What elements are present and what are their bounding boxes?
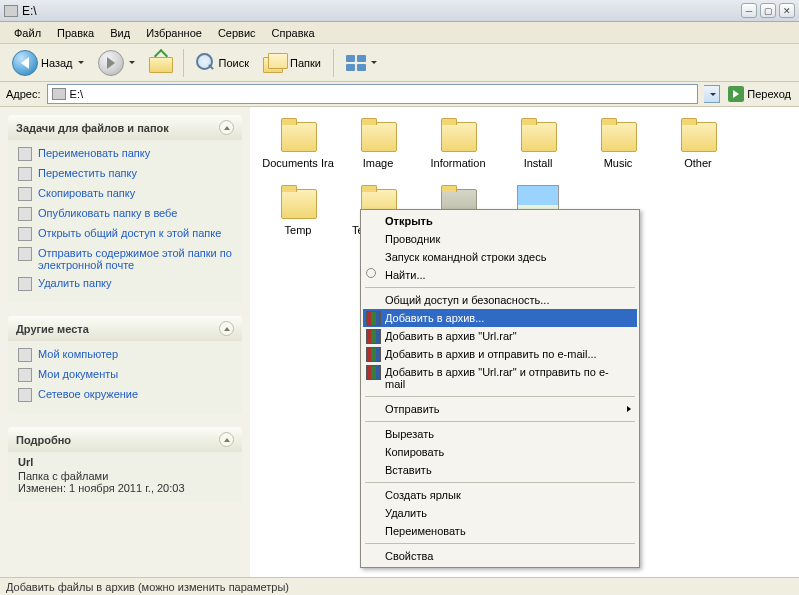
search-label: Поиск: [219, 57, 249, 69]
context-item-label: Добавить в архив "Url.rar" и отправить п…: [385, 366, 619, 390]
context-menu-item[interactable]: Добавить в архив "Url.rar": [363, 327, 637, 345]
folder-icon: [277, 118, 319, 152]
place-icon: [18, 388, 32, 402]
task-item[interactable]: Удалить папку: [18, 274, 232, 294]
context-menu-item[interactable]: Запуск командной строки здесь: [363, 248, 637, 266]
menu-service[interactable]: Сервис: [210, 25, 264, 41]
toolbar: Назад Поиск Папки: [0, 44, 799, 82]
context-item-label: Общий доступ и безопасность...: [385, 294, 549, 306]
task-icon: [18, 247, 32, 261]
chevron-down-icon: [129, 61, 135, 64]
task-label: Скопировать папку: [38, 187, 135, 199]
task-item[interactable]: Скопировать папку: [18, 184, 232, 204]
place-label: Сетевое окружение: [38, 388, 138, 400]
menu-edit[interactable]: Правка: [49, 25, 102, 41]
file-item[interactable]: Information: [418, 118, 498, 170]
details-name: Url: [18, 456, 232, 468]
context-menu-item[interactable]: Добавить в архив...: [363, 309, 637, 327]
places-title: Другие места: [16, 323, 89, 335]
task-icon: [18, 187, 32, 201]
task-label: Удалить папку: [38, 277, 112, 289]
context-menu-item[interactable]: Отправить: [363, 400, 637, 418]
context-menu-item[interactable]: Переименовать: [363, 522, 637, 540]
search-button[interactable]: Поиск: [190, 50, 255, 76]
forward-button[interactable]: [92, 47, 141, 79]
folders-button[interactable]: Папки: [257, 50, 327, 76]
maximize-button[interactable]: ▢: [760, 3, 776, 18]
statusbar: Добавить файлы в архив (можно изменить п…: [0, 577, 799, 595]
context-menu-item[interactable]: Найти...: [363, 266, 637, 284]
back-label: Назад: [41, 57, 73, 69]
context-item-label: Добавить в архив и отправить по e-mail..…: [385, 348, 597, 360]
minimize-button[interactable]: ─: [741, 3, 757, 18]
file-item[interactable]: Install: [498, 118, 578, 170]
context-menu-item[interactable]: Вырезать: [363, 425, 637, 443]
context-item-label: Запуск командной строки здесь: [385, 251, 546, 263]
context-menu-item[interactable]: Добавить в архив и отправить по e-mail..…: [363, 345, 637, 363]
address-label: Адрес:: [6, 88, 41, 100]
menu-file[interactable]: Файл: [6, 25, 49, 41]
context-menu-item[interactable]: Удалить: [363, 504, 637, 522]
places-body: Мой компьютерМои документыСетевое окруже…: [8, 341, 242, 413]
details-title: Подробно: [16, 434, 71, 446]
go-button[interactable]: Переход: [726, 84, 793, 104]
folder-icon: [277, 185, 319, 219]
details-panel-header[interactable]: Подробно: [8, 427, 242, 452]
file-item[interactable]: Music: [578, 118, 658, 170]
address-dropdown[interactable]: [704, 85, 720, 103]
task-item[interactable]: Отправить содержимое этой папки по элект…: [18, 244, 232, 274]
rar-icon: [366, 311, 381, 326]
context-menu-item[interactable]: Свойства: [363, 547, 637, 565]
collapse-icon: [219, 120, 234, 135]
menu-view[interactable]: Вид: [102, 25, 138, 41]
context-menu-item[interactable]: Копировать: [363, 443, 637, 461]
context-menu-item[interactable]: Добавить в архив "Url.rar" и отправить п…: [363, 363, 637, 393]
context-separator: [365, 396, 635, 397]
context-menu-item[interactable]: Общий доступ и безопасность...: [363, 291, 637, 309]
address-value: E:\: [70, 88, 83, 100]
tasks-panel-header[interactable]: Задачи для файлов и папок: [8, 115, 242, 140]
file-item[interactable]: Temp: [258, 185, 338, 237]
task-label: Переименовать папку: [38, 147, 150, 159]
place-icon: [18, 368, 32, 382]
task-item[interactable]: Переименовать папку: [18, 144, 232, 164]
context-menu-item[interactable]: Проводник: [363, 230, 637, 248]
rar-icon: [366, 347, 381, 362]
task-item[interactable]: Открыть общий доступ к этой папке: [18, 224, 232, 244]
menu-help[interactable]: Справка: [264, 25, 323, 41]
menu-favorites[interactable]: Избранное: [138, 25, 210, 41]
context-menu-item[interactable]: Вставить: [363, 461, 637, 479]
task-item[interactable]: Переместить папку: [18, 164, 232, 184]
rar-icon: [366, 329, 381, 344]
task-label: Открыть общий доступ к этой папке: [38, 227, 221, 239]
separator: [333, 49, 334, 77]
views-button[interactable]: [340, 52, 383, 74]
place-item[interactable]: Мои документы: [18, 365, 232, 385]
context-item-label: Удалить: [385, 507, 427, 519]
close-button[interactable]: ✕: [779, 3, 795, 18]
task-item[interactable]: Опубликовать папку в вебе: [18, 204, 232, 224]
place-label: Мой компьютер: [38, 348, 118, 360]
places-panel-header[interactable]: Другие места: [8, 316, 242, 341]
context-separator: [365, 421, 635, 422]
address-input[interactable]: E:\: [47, 84, 699, 104]
file-item[interactable]: Other: [658, 118, 738, 170]
up-button[interactable]: [143, 50, 177, 76]
context-item-label: Копировать: [385, 446, 444, 458]
back-button[interactable]: Назад: [6, 47, 90, 79]
file-label: Image: [360, 156, 397, 170]
search-icon: [366, 268, 376, 278]
place-item[interactable]: Мой компьютер: [18, 345, 232, 365]
file-item[interactable]: Image: [338, 118, 418, 170]
context-menu-item[interactable]: Открыть: [363, 212, 637, 230]
titlebar: E:\ ─ ▢ ✕: [0, 0, 799, 22]
file-item[interactable]: Documents Ira: [258, 118, 338, 170]
context-separator: [365, 482, 635, 483]
context-menu-item[interactable]: Создать ярлык: [363, 486, 637, 504]
task-icon: [18, 277, 32, 291]
places-panel: Другие места Мой компьютерМои документыС…: [8, 316, 242, 413]
file-label: Documents Ira: [259, 156, 337, 170]
task-icon: [18, 147, 32, 161]
place-item[interactable]: Сетевое окружение: [18, 385, 232, 405]
window-title: E:\: [22, 4, 738, 18]
